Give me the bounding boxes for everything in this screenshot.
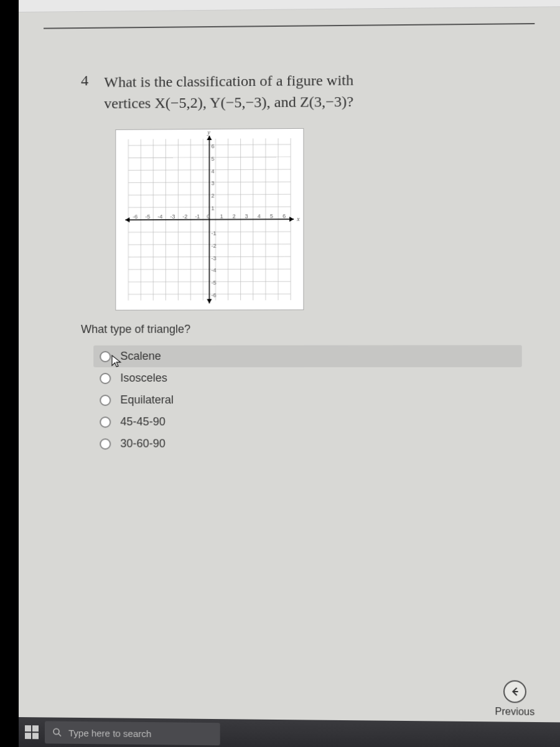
svg-text:-4: -4 xyxy=(211,268,216,274)
question-content: 4 What is the classification of a figure… xyxy=(19,24,560,456)
arrow-left-icon xyxy=(503,680,526,703)
svg-text:-5: -5 xyxy=(211,280,216,286)
svg-text:-1: -1 xyxy=(195,214,200,220)
svg-text:-2: -2 xyxy=(182,214,187,220)
search-icon xyxy=(52,728,62,738)
svg-text:3: 3 xyxy=(211,181,214,187)
coordinate-grid: -6-5-4 -3-2-1 0 123 456 654 321 -1-2-3 -… xyxy=(115,128,304,311)
window-top-bar xyxy=(19,0,560,12)
radio-icon xyxy=(100,351,111,362)
option-30-60-90[interactable]: 30-60-90 xyxy=(93,433,522,456)
svg-text:-1: -1 xyxy=(211,230,216,237)
svg-text:-5: -5 xyxy=(145,214,150,220)
taskbar: Type here to search xyxy=(19,717,560,747)
svg-text:4: 4 xyxy=(258,213,261,219)
svg-text:-6: -6 xyxy=(133,214,138,220)
nav-previous[interactable]: Previous xyxy=(495,680,534,717)
option-isosceles[interactable]: Isosceles xyxy=(93,367,522,389)
question-text: What is the classification of a figure w… xyxy=(104,70,353,114)
svg-text:1: 1 xyxy=(220,214,223,220)
svg-point-61 xyxy=(54,729,59,735)
svg-text:-3: -3 xyxy=(211,255,216,261)
radio-icon xyxy=(100,373,111,384)
option-45-45-90[interactable]: 45-45-90 xyxy=(93,411,522,433)
svg-text:5: 5 xyxy=(211,156,214,162)
screen: 4 What is the classification of a figure… xyxy=(19,0,560,747)
option-label: Equilateral xyxy=(120,393,174,406)
svg-line-62 xyxy=(58,734,61,736)
sub-question-text: What type of triangle? xyxy=(81,322,522,336)
question-number: 4 xyxy=(81,72,88,114)
svg-text:-4: -4 xyxy=(157,214,162,220)
radio-icon xyxy=(100,395,111,406)
svg-text:-6: -6 xyxy=(211,293,216,299)
option-label: Isosceles xyxy=(120,372,167,385)
option-label: 30-60-90 xyxy=(120,437,166,450)
windows-start-icon[interactable] xyxy=(25,725,39,739)
radio-icon xyxy=(100,438,111,449)
svg-text:2: 2 xyxy=(233,214,236,220)
svg-text:-2: -2 xyxy=(211,243,216,249)
svg-marker-31 xyxy=(207,136,212,140)
search-placeholder: Type here to search xyxy=(68,727,151,738)
svg-text:x: x xyxy=(296,215,300,222)
option-label: Scalene xyxy=(120,350,161,363)
svg-text:y: y xyxy=(207,129,210,136)
radio-icon xyxy=(100,416,111,428)
nav-label: Previous xyxy=(495,706,534,718)
svg-marker-32 xyxy=(207,299,212,304)
svg-text:5: 5 xyxy=(270,213,273,219)
option-equilateral[interactable]: Equilateral xyxy=(93,389,522,411)
option-label: 45-45-90 xyxy=(120,415,166,428)
svg-text:3: 3 xyxy=(245,214,248,220)
taskbar-search[interactable]: Type here to search xyxy=(45,721,220,745)
svg-text:6: 6 xyxy=(211,143,214,149)
svg-marker-29 xyxy=(289,217,294,222)
svg-text:4: 4 xyxy=(211,168,214,174)
options-list: Scalene Isosceles Equilateral 45-45-90 3… xyxy=(93,345,522,456)
svg-marker-30 xyxy=(125,217,129,222)
option-scalene[interactable]: Scalene xyxy=(93,345,522,368)
svg-text:-3: -3 xyxy=(170,214,175,220)
svg-text:1: 1 xyxy=(211,205,214,212)
svg-text:6: 6 xyxy=(282,213,286,219)
svg-text:2: 2 xyxy=(211,193,214,199)
svg-text:0: 0 xyxy=(207,214,210,220)
